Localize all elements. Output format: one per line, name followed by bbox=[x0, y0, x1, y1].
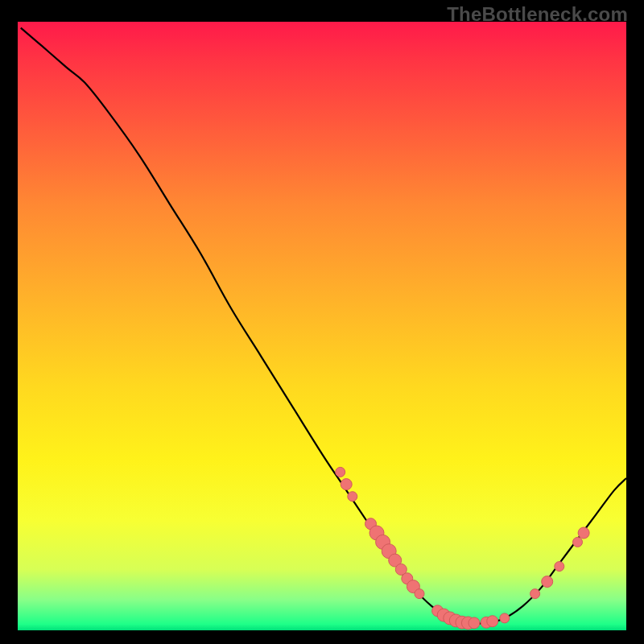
data-point bbox=[573, 537, 583, 547]
data-point bbox=[341, 479, 352, 490]
data-point bbox=[530, 589, 540, 599]
data-point bbox=[542, 576, 553, 588]
data-point bbox=[578, 527, 589, 539]
data-points-group bbox=[336, 467, 589, 630]
data-point bbox=[415, 589, 424, 599]
chart-plot-area bbox=[18, 22, 626, 630]
data-point bbox=[348, 492, 357, 502]
chart-svg bbox=[18, 22, 626, 630]
data-point bbox=[500, 613, 510, 623]
data-point bbox=[469, 617, 480, 629]
data-point bbox=[555, 562, 564, 572]
watermark-label: TheBottleneck.com bbox=[447, 3, 628, 26]
data-point bbox=[336, 467, 345, 477]
curve-line bbox=[21, 28, 626, 624]
data-point bbox=[487, 616, 498, 627]
